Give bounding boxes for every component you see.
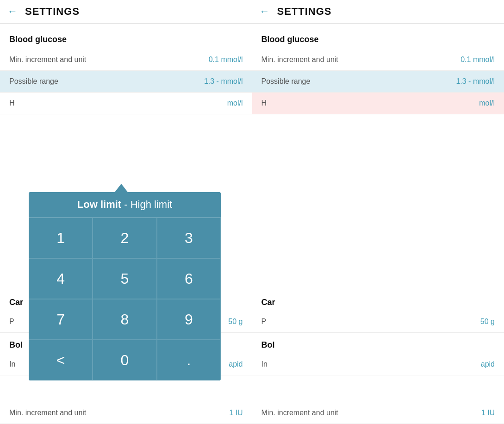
right-row-possible-range[interactable]: Possible range 1.3 - mmol/l xyxy=(252,71,504,93)
left-key-0[interactable]: 0 xyxy=(93,340,156,380)
left-blood-glucose-title: Blood glucose xyxy=(0,24,252,49)
left-value-bolus: apid xyxy=(229,360,243,368)
right-bottom-value: 1 IU xyxy=(481,409,495,417)
left-key-8[interactable]: 8 xyxy=(93,299,156,340)
right-row-bolus[interactable]: In apid xyxy=(252,354,504,375)
left-value-carb: 50 g xyxy=(228,318,243,326)
right-value-carb: 50 g xyxy=(480,318,495,326)
left-panel: ← SETTINGS Blood glucose Min. increment … xyxy=(0,0,252,424)
left-numpad: Low limit - High limit 1 2 3 4 5 6 7 8 9… xyxy=(29,192,221,380)
right-title: SETTINGS xyxy=(277,6,332,18)
right-bottom-label: Min. increment and unit xyxy=(261,409,338,417)
left-numpad-grid: 1 2 3 4 5 6 7 8 9 < 0 . xyxy=(29,218,221,380)
left-value-h: mol/l xyxy=(227,99,243,107)
right-blood-glucose-title: Blood glucose xyxy=(252,24,504,49)
left-row-increment[interactable]: Min. increment and unit 0.1 mmol/l xyxy=(0,49,252,71)
left-value-possible-range: 1.3 - mmol/l xyxy=(204,77,243,86)
left-row-h[interactable]: H mol/l xyxy=(0,93,252,114)
left-numpad-arrow xyxy=(115,184,128,192)
left-key-7[interactable]: 7 xyxy=(29,299,93,340)
left-key-backspace[interactable]: < xyxy=(29,340,93,380)
left-key-1[interactable]: 1 xyxy=(29,218,93,258)
left-title: SETTINGS xyxy=(25,6,80,18)
left-key-6[interactable]: 6 xyxy=(157,258,221,299)
right-header: ← SETTINGS xyxy=(252,0,504,24)
left-numpad-header: Low limit - High limit xyxy=(29,192,221,218)
right-panel: ← SETTINGS Blood glucose Min. increment … xyxy=(252,0,504,424)
left-numpad-header-bold: Low limit xyxy=(77,199,121,210)
left-value-increment: 0.1 mmol/l xyxy=(209,56,243,64)
left-key-9[interactable]: 9 xyxy=(157,299,221,340)
right-label-increment: Min. increment and unit xyxy=(261,56,338,64)
left-key-5[interactable]: 5 xyxy=(93,258,156,299)
right-label-possible-range: Possible range xyxy=(261,77,311,86)
left-numpad-header-rest: - High limit xyxy=(121,199,172,210)
right-value-possible-range: 1.3 - mmol/l xyxy=(456,77,495,86)
right-value-increment: 0.1 mmol/l xyxy=(460,56,495,64)
left-bottom-row[interactable]: Min. increment and unit 1 IU xyxy=(0,402,252,424)
right-carb-title: Car xyxy=(252,290,504,311)
left-content: Blood glucose Min. increment and unit 0.… xyxy=(0,24,252,375)
left-bottom-value: 1 IU xyxy=(229,409,243,417)
left-key-4[interactable]: 4 xyxy=(29,258,93,299)
left-header: ← SETTINGS xyxy=(0,0,252,24)
right-label-bolus: In xyxy=(261,360,268,368)
right-value-h: mol/l xyxy=(479,99,495,107)
right-bottom-row[interactable]: Min. increment and unit 1 IU xyxy=(252,402,504,424)
right-label-h: H xyxy=(261,99,267,107)
left-label-possible-range: Possible range xyxy=(9,77,58,86)
right-back-button[interactable]: ← xyxy=(260,6,270,18)
left-back-button[interactable]: ← xyxy=(7,6,18,18)
left-key-dot[interactable]: . xyxy=(157,340,221,380)
right-bolus-title: Bol xyxy=(252,333,504,354)
left-key-3[interactable]: 3 xyxy=(157,218,221,258)
right-row-h[interactable]: H mol/l xyxy=(252,93,504,114)
right-row-increment[interactable]: Min. increment and unit 0.1 mmol/l xyxy=(252,49,504,71)
left-label-bolus: In xyxy=(9,360,15,368)
right-content: Blood glucose Min. increment and unit 0.… xyxy=(252,24,504,375)
right-value-bolus: apid xyxy=(481,360,495,368)
left-key-2[interactable]: 2 xyxy=(93,218,156,258)
left-label-h: H xyxy=(9,99,15,107)
left-label-carb: P xyxy=(9,318,14,326)
left-row-possible-range[interactable]: Possible range 1.3 - mmol/l xyxy=(0,71,252,93)
right-row-carb[interactable]: P 50 g xyxy=(252,311,504,333)
left-bottom-label: Min. increment and unit xyxy=(9,409,86,417)
right-label-carb: P xyxy=(261,318,267,326)
left-label-increment: Min. increment and unit xyxy=(9,56,86,64)
